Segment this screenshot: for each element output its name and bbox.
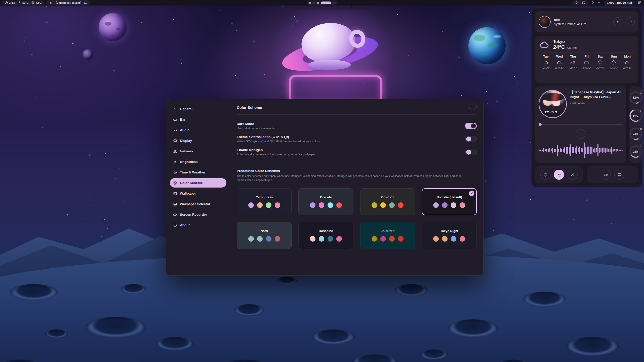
moon-crater [566, 337, 619, 356]
sidebar-item-wallpaper-selector[interactable]: Wallpaper Selector [170, 199, 226, 209]
power-profile-speedometer-button[interactable] [540, 170, 550, 180]
visualizer-bar [551, 149, 552, 151]
visualizer-bar [542, 150, 543, 151]
gauge-icon-badge [638, 90, 643, 95]
toggle-switch[interactable] [465, 136, 477, 142]
sidebar-item-audio[interactable]: Audio [170, 125, 226, 135]
visualizer-bar [622, 150, 623, 151]
mic-icon[interactable] [575, 1, 578, 5]
avatar[interactable] [539, 16, 551, 28]
settings-sidebar: GeneralBarAudioDisplayNetworkBrightnessT… [166, 99, 230, 275]
forecast-temps: 33°/26° [621, 67, 634, 69]
sidebar-item-color-scheme[interactable]: Color Scheme [170, 178, 226, 188]
apps-grid-icon[interactable] [638, 1, 641, 5]
progress-bar[interactable] [539, 123, 623, 126]
image-icon [617, 173, 622, 177]
media-player-card: TOKYO L 【Japanese Playlist】 Japan All Ni… [535, 86, 626, 163]
media-pill[interactable]: 【Japanese Playlist】 J... [46, 1, 90, 5]
purple-planet [99, 13, 127, 41]
pause-icon[interactable] [49, 1, 53, 5]
power-profile-leaf-button[interactable] [568, 170, 578, 180]
weather-city: Tokyo [553, 39, 577, 44]
tray-pill[interactable] [572, 1, 588, 5]
scheme-card-tokyo-night[interactable]: Tokyo Night [422, 222, 477, 249]
color-swatch [248, 202, 254, 208]
setting-label: Theme external apps (GTK & Qt) [237, 135, 320, 139]
utility-image-button[interactable] [614, 170, 624, 180]
sidebar-item-network[interactable]: Network [170, 147, 226, 156]
workspace-dot-1[interactable] [309, 2, 311, 4]
progress-knob[interactable] [539, 123, 542, 126]
visualizer-bar [560, 148, 561, 152]
sidebar-item-label: Bar [180, 118, 186, 121]
visualizer-bar [608, 149, 609, 152]
workspace-dot-5[interactable] [333, 2, 335, 4]
settings-button[interactable] [613, 17, 622, 26]
scheme-card-noctalia-default-[interactable]: Noctalia (default) [422, 188, 477, 215]
sidebar-item-bar[interactable]: Bar [170, 115, 226, 124]
visualizer-bar [619, 150, 620, 151]
page-title: Color Scheme [237, 105, 262, 110]
wallpaper-icon[interactable] [582, 1, 585, 5]
sidebar-item-display[interactable]: Display [170, 136, 226, 145]
workspace-dot-3[interactable] [317, 2, 319, 4]
workspace-dot-4[interactable] [321, 2, 331, 4]
visualizer-bar [561, 149, 562, 152]
gear-icon [616, 20, 620, 24]
close-button[interactable] [469, 104, 477, 111]
color-swatch [433, 202, 439, 208]
scheme-card-nord[interactable]: Nord [237, 222, 292, 249]
forecast-temps: 35°/25° [553, 67, 566, 69]
scheme-name: Gruvbox [381, 196, 394, 199]
workspace-indicator[interactable] [307, 1, 337, 5]
color-swatch [319, 202, 324, 208]
sidebar-item-about[interactable]: About [170, 220, 226, 230]
power-profile-scales-button[interactable] [554, 170, 564, 180]
workspace-dot-2[interactable] [313, 2, 315, 4]
thermometer-icon [639, 109, 642, 112]
scheme-card-rosepine[interactable]: Rosepine [298, 222, 353, 249]
moon-crater [121, 284, 146, 294]
sidebar-item-brightness[interactable]: Brightness [170, 157, 226, 166]
scheme-card-solarized[interactable]: Solarized [360, 222, 415, 249]
volume-icon[interactable] [597, 1, 601, 5]
clock-pill[interactable]: 17:09 - Tue, 19 Aug [604, 1, 635, 5]
sidebar-item-general[interactable]: General [170, 104, 226, 114]
scheme-card-gruvbox[interactable]: Gruvbox [360, 188, 415, 215]
forecast-day-name: Mon [621, 55, 634, 58]
color-swatch [389, 236, 395, 242]
moon-crater [395, 284, 428, 296]
cpu-usage-stat[interactable]: 3.8% [5, 1, 15, 5]
sidebar-item-label: Network [180, 149, 193, 153]
forecast-day-name: Sat [593, 55, 607, 58]
toggle-switch[interactable] [465, 149, 477, 155]
sidebar-item-screen-recorder[interactable]: Screen Recorder [170, 210, 226, 219]
sidebar-item-wallpaper[interactable]: Wallpaper [170, 189, 226, 198]
weather-card: Tokyo 24°C (GMT+9) Tue33°/24°Wed35°/25°T… [535, 36, 638, 83]
power-button[interactable] [626, 17, 635, 26]
color-swatch [275, 236, 280, 242]
toggle-switch[interactable] [465, 123, 477, 129]
scheme-card-catppuccin[interactable]: Catppuccin [237, 188, 292, 215]
sidebar-item-label: Brightness [180, 160, 198, 164]
cloud-icon [539, 40, 550, 50]
memory-stat[interactable]: 7.8G [31, 1, 42, 5]
visualizer-bar [597, 144, 598, 156]
album-art[interactable]: TOKYO L [539, 90, 567, 118]
utility-video-button[interactable] [601, 170, 611, 180]
system-stats-pill[interactable]: 3.8% 53°C 7.8G [2, 1, 44, 5]
color-swatch [248, 236, 254, 242]
scheme-swatches [248, 236, 280, 242]
setting-label: Enable Matugen [237, 148, 316, 152]
pause-button[interactable] [576, 129, 585, 139]
visualizer-bar [620, 150, 621, 151]
video-icon [173, 213, 177, 217]
scheme-card-dracula[interactable]: Dracula [298, 188, 353, 215]
image-icon [173, 192, 177, 196]
bell-icon[interactable] [591, 1, 594, 5]
cpu-temp-stat[interactable]: 53°C [18, 1, 29, 5]
color-swatch [451, 236, 456, 242]
section-description: These color schemes only apply when 'Use… [237, 174, 468, 182]
visualizer-bar [548, 149, 549, 152]
sidebar-item-time-weather[interactable]: Time & Weather [170, 168, 226, 177]
